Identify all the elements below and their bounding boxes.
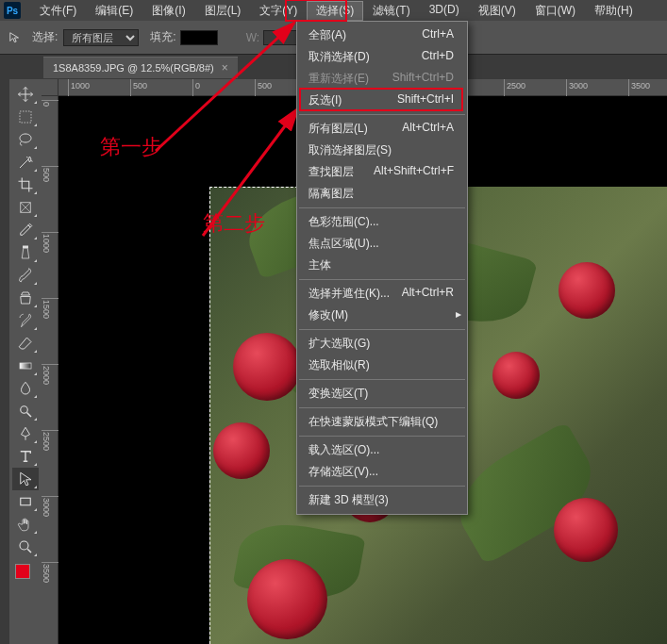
close-icon[interactable]: × — [222, 61, 228, 74]
marquee-tool[interactable] — [12, 106, 39, 128]
frame-tool[interactable] — [12, 196, 39, 219]
menu-item[interactable]: 焦点区域(U)... — [297, 233, 467, 255]
menu-item-shortcut: Alt+Ctrl+A — [402, 121, 454, 137]
ruler-tick: 1000 — [42, 232, 58, 253]
menu-视图[interactable]: 视图(V) — [469, 1, 525, 21]
hand-tool[interactable] — [12, 513, 39, 536]
path-tool-icon — [6, 28, 25, 47]
menu-item-label: 修改(M) — [308, 307, 348, 323]
menu-item[interactable]: 取消选择图层(S) — [297, 140, 467, 161]
zoom-tool[interactable] — [12, 536, 39, 558]
menu-separator — [299, 407, 465, 408]
menu-item-label: 变换选区(T) — [308, 386, 368, 402]
gradient-tool[interactable] — [12, 355, 39, 377]
svg-rect-2 — [23, 246, 28, 249]
menu-item-label: 选取相似(R) — [308, 357, 370, 373]
menu-separator — [299, 279, 465, 280]
menu-item[interactable]: 载入选区(O)... — [297, 439, 467, 461]
menu-编辑[interactable]: 编辑(E) — [86, 1, 142, 21]
menu-item[interactable]: 修改(M)▸ — [297, 305, 467, 326]
menu-帮助[interactable]: 帮助(H) — [585, 1, 642, 21]
menu-item-label: 主体 — [308, 257, 331, 273]
menu-item-label: 全部(A) — [308, 27, 346, 43]
menu-item-label: 隔离图层 — [308, 186, 354, 202]
color-swatches[interactable] — [15, 564, 36, 585]
menu-图像[interactable]: 图像(I) — [142, 1, 194, 21]
ruler-tick: 3000 — [42, 496, 58, 517]
ruler-tick: 3500 — [42, 562, 58, 583]
menu-item-shortcut: Ctrl+D — [422, 49, 454, 65]
dodge-tool[interactable] — [12, 400, 39, 422]
menu-item: 重新选择(E)Shift+Ctrl+D — [297, 68, 467, 90]
rectangle-tool[interactable] — [12, 490, 39, 513]
menu-item[interactable]: 查找图层Alt+Shift+Ctrl+F — [297, 161, 467, 183]
menu-item-label: 取消选择图层(S) — [308, 142, 392, 158]
ruler-tick: 1500 — [42, 298, 58, 319]
ruler-tick: 500 — [255, 79, 272, 96]
menu-item-label: 载入选区(O)... — [308, 442, 379, 458]
ruler-tick: 2500 — [504, 79, 525, 96]
menu-item-label: 反选(I) — [308, 92, 342, 108]
menu-3d[interactable]: 3D(D) — [420, 1, 469, 21]
width-label: W: — [246, 31, 259, 44]
menu-item-label: 选择并遮住(K)... — [308, 286, 390, 302]
menu-文件[interactable]: 文件(F) — [30, 1, 86, 21]
menu-item-shortcut: Alt+Ctrl+R — [402, 286, 454, 302]
menu-窗口[interactable]: 窗口(W) — [525, 1, 585, 21]
menu-item-label: 所有图层(L) — [308, 121, 368, 137]
menu-选择[interactable]: 选择(S) — [307, 1, 363, 21]
history-brush-tool[interactable] — [12, 309, 39, 332]
pen-tool[interactable] — [12, 422, 39, 445]
ruler-tick: 3000 — [566, 79, 588, 96]
ruler-tick: 500 — [130, 79, 147, 96]
menu-item-label: 新建 3D 模型(3) — [308, 492, 389, 508]
menu-item[interactable]: 新建 3D 模型(3) — [297, 489, 467, 511]
menu-separator — [299, 114, 465, 115]
menu-item-label: 重新选择(E) — [308, 71, 369, 87]
menu-item[interactable]: 在快速蒙版模式下编辑(Q) — [297, 411, 467, 433]
select-label: 选择: — [32, 29, 58, 45]
menu-item-shortcut: Ctrl+A — [422, 27, 454, 43]
submenu-arrow-icon: ▸ — [456, 307, 461, 321]
lasso-tool[interactable] — [12, 128, 39, 151]
menu-文字[interactable]: 文字(Y) — [250, 1, 307, 21]
eraser-tool[interactable] — [12, 332, 39, 355]
menu-item[interactable]: 全部(A)Ctrl+A — [297, 25, 467, 46]
menu-item[interactable]: 变换选区(T) — [297, 383, 467, 405]
menu-item[interactable]: 选取相似(R) — [297, 355, 467, 376]
eyedropper-tool[interactable] — [12, 219, 39, 241]
menu-item[interactable]: 色彩范围(C)... — [297, 211, 467, 233]
menubar: Ps 文件(F)编辑(E)图像(I)图层(L)文字(Y)选择(S)滤镜(T)3D… — [0, 0, 667, 21]
ruler-tick: 2000 — [42, 364, 58, 385]
menu-item[interactable]: 扩大选取(G) — [297, 333, 467, 355]
fill-swatch[interactable] — [180, 30, 218, 45]
menu-item[interactable]: 主体 — [297, 255, 467, 276]
svg-point-4 — [21, 406, 28, 414]
healing-brush-tool[interactable] — [12, 241, 39, 264]
layer-select[interactable]: 所有图层 — [63, 29, 139, 46]
clone-stamp-tool[interactable] — [12, 287, 39, 309]
menu-滤镜[interactable]: 滤镜(T) — [363, 1, 419, 21]
type-tool[interactable] — [12, 445, 39, 468]
menu-item[interactable]: 取消选择(D)Ctrl+D — [297, 46, 467, 68]
menu-item[interactable]: 隔离图层 — [297, 183, 467, 205]
menu-item[interactable]: 所有图层(L)Alt+Ctrl+A — [297, 118, 467, 140]
tab-title: 1S8A8359.JPG @ 12.5%(RGB/8#) — [53, 62, 214, 74]
menu-item-label: 取消选择(D) — [308, 49, 370, 65]
blur-tool[interactable] — [12, 377, 39, 400]
menu-separator — [299, 486, 465, 487]
menu-item[interactable]: 存储选区(V)... — [297, 461, 467, 483]
document-tab[interactable]: 1S8A8359.JPG @ 12.5%(RGB/8#) × — [43, 57, 238, 78]
foreground-color[interactable] — [15, 564, 30, 579]
move-tool[interactable] — [12, 83, 39, 106]
menu-图层[interactable]: 图层(L) — [195, 1, 251, 21]
crop-tool[interactable] — [12, 173, 39, 196]
menu-item[interactable]: 反选(I)Shift+Ctrl+I — [297, 90, 467, 111]
menu-item-label: 在快速蒙版模式下编辑(Q) — [308, 414, 438, 430]
path-selection-tool[interactable] — [12, 468, 39, 490]
menu-item[interactable]: 选择并遮住(K)...Alt+Ctrl+R — [297, 283, 467, 305]
ruler-tick: 0 — [42, 100, 58, 107]
menu-separator — [299, 207, 465, 208]
brush-tool[interactable] — [12, 264, 39, 287]
magic-wand-tool[interactable] — [12, 151, 39, 173]
